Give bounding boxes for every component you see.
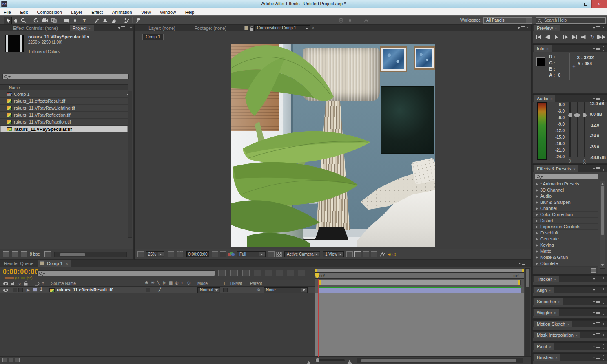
expand-layer-switches-icon[interactable] [2, 358, 7, 362]
new-animation-preset-icon[interactable] [591, 268, 596, 273]
close-icon[interactable]: × [567, 322, 569, 326]
menu-item-animation[interactable]: Animation [109, 9, 136, 16]
fx-switch-icon[interactable]: fx [163, 280, 166, 285]
tab-paint[interactable]: Paint× [534, 343, 554, 350]
unlock-icon[interactable] [250, 26, 254, 31]
new-composition-icon[interactable] [21, 251, 27, 257]
layer-quality-icon[interactable]: ╱ [159, 287, 161, 291]
region-of-interest-icon[interactable] [177, 251, 183, 257]
zoom-in-frames-icon[interactable] [347, 357, 352, 364]
close-icon[interactable]: × [89, 26, 91, 31]
panel-menu-icon[interactable] [593, 97, 600, 101]
workspace-dropdown[interactable]: All Panels [483, 17, 532, 24]
tab-project[interactable]: Project× [70, 25, 94, 31]
layer-t-cell[interactable] [223, 288, 228, 292]
panel-menu-icon[interactable] [593, 344, 600, 349]
resolution-dropdown[interactable]: Full [237, 251, 266, 257]
collapse-switch-icon[interactable]: ☀ [151, 280, 155, 285]
pen-tool-icon[interactable] [71, 17, 79, 24]
close-button[interactable]: × [591, 0, 607, 8]
parent-column[interactable]: Parent [250, 281, 262, 286]
exposure-value[interactable]: +0.0 [388, 252, 396, 257]
camera-view-dropdown[interactable]: Active Camera [284, 251, 320, 257]
panel-menu-icon[interactable] [593, 311, 600, 315]
close-icon[interactable]: × [549, 345, 551, 349]
panel-grip[interactable] [603, 277, 606, 282]
frame-blending-icon[interactable] [254, 270, 261, 276]
effects-category-matte[interactable]: Matte [533, 248, 598, 254]
close-icon[interactable]: × [554, 278, 556, 282]
layer-duration-bar[interactable] [318, 288, 521, 293]
loop-button[interactable]: ↻ [588, 34, 596, 40]
layer-label-color[interactable] [33, 288, 37, 292]
timeline-vertical-scrollbar[interactable] [525, 268, 530, 357]
previous-frame-button[interactable] [543, 34, 552, 40]
left-slider-value[interactable]: 0 [569, 159, 571, 164]
panel-menu-icon[interactable] [593, 322, 600, 326]
motion-blur-switch-icon[interactable]: ◎ [175, 280, 179, 285]
t-column[interactable]: T [223, 281, 226, 286]
restore-button[interactable] [581, 0, 591, 8]
zoom-out-frames-icon[interactable] [307, 359, 310, 364]
label-column-icon[interactable] [35, 282, 40, 286]
close-icon[interactable]: × [549, 289, 551, 293]
close-icon[interactable]: × [573, 167, 575, 171]
show-channel-icon[interactable] [228, 252, 235, 257]
flowchart-view-icon[interactable] [371, 251, 377, 257]
viewer-timecode[interactable]: 0:00:00:00 [186, 251, 209, 257]
pixel-motion-icon[interactable] [380, 251, 386, 257]
layer-visibility-icon[interactable] [3, 289, 8, 292]
close-icon[interactable]: × [550, 97, 552, 101]
share-view-icon[interactable] [346, 251, 353, 257]
frame-blend-switch-icon[interactable]: ▦ [169, 280, 173, 285]
tab-tracker[interactable]: Tracker× [534, 276, 559, 282]
exposure-toggle-icon[interactable] [354, 251, 361, 257]
close-icon[interactable]: × [546, 47, 548, 51]
panel-grip[interactable] [603, 333, 606, 338]
tab-mask-interpolation[interactable]: Mask Interpolation× [534, 332, 580, 338]
work-area-end-handle[interactable] [518, 280, 520, 285]
hand-tool-icon[interactable] [11, 17, 20, 24]
project-item-refraction[interactable]: rakurs_11.VRayRefraction.tif [0, 119, 128, 126]
tab-render-queue[interactable]: Render Queue [1, 260, 36, 267]
mode-column[interactable]: Mode [197, 281, 208, 286]
close-icon[interactable]: × [558, 300, 560, 304]
close-icon[interactable]: × [66, 262, 68, 266]
last-frame-button[interactable] [570, 34, 578, 40]
draft-3d-icon[interactable] [230, 270, 238, 276]
tab-composition[interactable]: Composition: Comp 1 [254, 25, 310, 31]
minimize-button[interactable]: − [570, 0, 580, 8]
effects-category-keying[interactable]: Keying [533, 242, 598, 248]
project-item-reflection[interactable]: rakurs_11.VRayReflection.tif [0, 112, 128, 119]
effects-category-noise-grain[interactable]: Noise & Grain [533, 254, 598, 260]
panel-menu-icon[interactable] [593, 46, 600, 51]
audio-right-level-slider[interactable] [584, 102, 585, 157]
lock-column-icon[interactable] [24, 281, 28, 286]
tab-preview[interactable]: Preview× [534, 25, 560, 31]
project-vertical-scrollbar[interactable] [128, 91, 132, 238]
view-layout-dropdown[interactable]: 1 View [323, 251, 344, 257]
panel-menu-icon[interactable] [118, 26, 125, 30]
snapshot-camera-icon[interactable] [212, 251, 218, 257]
tab-brushes[interactable]: Brushes× [534, 354, 560, 361]
panel-grip[interactable] [603, 310, 606, 315]
panel-grip[interactable] [603, 166, 606, 171]
next-frame-button[interactable] [561, 34, 569, 40]
target-region-icon[interactable] [268, 251, 275, 257]
audio-column-icon[interactable] [11, 282, 16, 286]
panel-menu-icon[interactable] [593, 167, 600, 171]
effects-category-generate[interactable]: Generate [533, 236, 598, 242]
project-horizontal-scrollbar[interactable] [54, 252, 127, 257]
tab-comp-1[interactable]: Comp 1 × [38, 260, 71, 267]
panel-menu-icon[interactable] [593, 355, 600, 360]
panel-menu-icon[interactable] [593, 288, 600, 292]
work-area-bar[interactable] [318, 280, 521, 285]
bit-depth-label[interactable]: 8 bpc [30, 252, 40, 256]
effects-category-animation-presets[interactable]: * Animation Presets [533, 181, 598, 187]
effects-category-color-correction[interactable]: Color Correction [533, 212, 598, 218]
menu-item-file[interactable]: File [0, 9, 15, 16]
panel-menu-icon[interactable] [593, 26, 600, 30]
layer-source-name[interactable]: rakurs_11.effectsResult.tif [57, 287, 113, 292]
panel-menu-icon[interactable] [593, 300, 600, 304]
ram-preview-button[interactable] [597, 34, 605, 40]
